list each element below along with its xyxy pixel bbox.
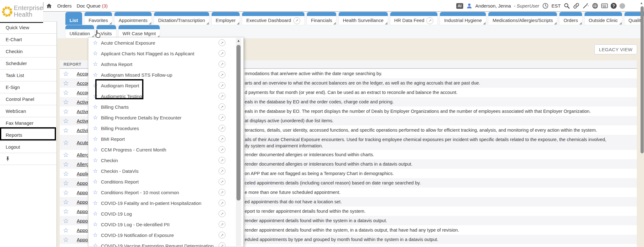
open-report-icon[interactable]: ↗ xyxy=(219,242,225,247)
tab-favorites[interactable]: Favorites xyxy=(85,12,112,25)
dropdown-item-audiogram-missed-sts-follow-up[interactable]: ☆Audiogram Missed STS Follow-up↗ xyxy=(88,69,243,80)
dropdown-scrollbar-thumb[interactable] xyxy=(236,45,241,200)
breadcrumb-item-orders[interactable]: Orders xyxy=(57,3,72,8)
report-link-appoi-14[interactable]: Appoi xyxy=(77,209,89,214)
report-link-applic-10[interactable]: Applic xyxy=(77,171,90,176)
tab-industrial-hygiene[interactable]: Industrial Hygiene xyxy=(440,12,486,25)
sidebar-item-reports[interactable]: Reports xyxy=(0,129,57,141)
report-link-appoi-15[interactable]: Appoi xyxy=(77,218,89,223)
page-scroll-up-icon[interactable]: ▲ xyxy=(640,1,643,5)
dropdown-item-covid-19-notification-of-exposure[interactable]: ☆COVID-19 Notification of Exposure↗ xyxy=(88,230,243,240)
favorite-star-icon[interactable]: ☆ xyxy=(93,157,101,163)
favorite-star-icon[interactable]: ☆ xyxy=(93,243,101,247)
favorite-star-icon[interactable]: ☆ xyxy=(63,180,74,186)
breadcrumb-item-doc-queue[interactable]: Doc Queue (3) xyxy=(77,3,108,8)
report-link-acute-7[interactable]: Acute xyxy=(77,140,89,145)
report-link-active-4[interactable]: Active xyxy=(77,109,90,114)
dropdown-item-applicant-charts-not-flagged-as-is-applicant[interactable]: ☆Applicant Charts Not Flagged as Is Appl… xyxy=(88,48,243,59)
tab-hr-data-feed[interactable]: HR Data Feed↗ xyxy=(390,12,438,25)
open-report-icon[interactable]: ↗ xyxy=(219,93,225,100)
ai-badge[interactable]: AI xyxy=(456,3,463,9)
favorite-star-icon[interactable]: ☆ xyxy=(93,40,101,46)
tab-utilization[interactable]: Utilization xyxy=(65,25,94,38)
favorite-star-icon[interactable]: ☆ xyxy=(93,125,101,131)
favorite-star-icon[interactable]: ☆ xyxy=(63,89,74,96)
favorite-star-icon[interactable]: ☆ xyxy=(93,115,101,120)
sidebar-item-e-sign[interactable]: E-Sign xyxy=(0,81,57,93)
dropdown-item-audiometric-testing[interactable]: ☆Audiometric Testing↗ xyxy=(88,91,243,102)
favorite-star-icon[interactable]: ☆ xyxy=(63,199,74,205)
link-icon[interactable] xyxy=(573,3,580,9)
favorite-star-icon[interactable]: ☆ xyxy=(93,211,101,217)
external-link-icon[interactable]: ↗ xyxy=(426,17,433,24)
open-report-icon[interactable]: ↗ xyxy=(219,61,225,68)
tab-health-surveillance[interactable]: Health Surveillance xyxy=(339,12,387,25)
favorite-star-icon[interactable]: ☆ xyxy=(93,51,101,56)
favorite-star-icon[interactable]: ☆ xyxy=(93,232,101,238)
tab-visits[interactable]: Visits xyxy=(97,25,116,38)
dropdown-scroll-up-icon[interactable]: ▲ xyxy=(236,39,241,42)
dropdown-item-ccm-progress-current-month[interactable]: ☆CCM Progress - Current Month↗ xyxy=(88,144,243,155)
favorite-star-icon[interactable]: ☆ xyxy=(63,108,74,115)
favorite-star-icon[interactable]: ☆ xyxy=(63,99,74,105)
dropdown-item-acute-chemical-exposure[interactable]: ☆Acute Chemical Exposure↗ xyxy=(88,37,243,48)
tab-executive-dashboard[interactable]: Executive Dashboard↗ xyxy=(242,12,304,25)
favorite-star-icon[interactable]: ☆ xyxy=(63,161,74,167)
favorite-star-icon[interactable]: ☆ xyxy=(63,208,74,215)
report-link-appoi-11[interactable]: Appoi xyxy=(77,180,89,186)
open-report-icon[interactable]: ↗ xyxy=(219,103,225,110)
open-report-icon[interactable]: ↗ xyxy=(219,210,225,217)
favorite-star-icon[interactable]: ☆ xyxy=(93,61,101,67)
tab-employer[interactable]: Employer xyxy=(212,12,240,25)
open-report-icon[interactable]: ↗ xyxy=(219,189,225,196)
search-icon[interactable] xyxy=(564,3,570,9)
open-report-icon[interactable]: ↗ xyxy=(219,146,225,153)
keyboard-icon[interactable] xyxy=(601,3,608,9)
dropdown-item-audiogram-report[interactable]: ☆Audiogram Report↗ xyxy=(88,80,243,91)
report-link-active-5[interactable]: Active xyxy=(77,118,90,124)
tab-orders[interactable]: Orders xyxy=(559,12,582,25)
favorite-star-icon[interactable]: ☆ xyxy=(63,118,74,124)
favorite-star-icon[interactable]: ☆ xyxy=(93,168,101,174)
open-report-icon[interactable]: ↗ xyxy=(219,178,225,185)
tab-appointments[interactable]: Appointments xyxy=(114,12,152,25)
sidebar-item-scheduler[interactable]: Scheduler xyxy=(0,58,57,69)
favorite-star-icon[interactable]: ☆ xyxy=(63,217,74,224)
favorite-star-icon[interactable]: ☆ xyxy=(93,147,101,152)
favorite-star-icon[interactable]: ☆ xyxy=(63,139,74,146)
report-link-allerg-8[interactable]: Allerg xyxy=(77,152,89,157)
report-link-activit-6[interactable]: Activit xyxy=(77,128,89,133)
favorite-star-icon[interactable]: ☆ xyxy=(93,72,101,78)
dropdown-item-covid-19-log[interactable]: ☆COVID-19 Log↗ xyxy=(88,208,243,219)
report-link-appoi-13[interactable]: Appoi xyxy=(77,199,89,205)
dropdown-item-checkin[interactable]: ☆Checkin↗ xyxy=(88,155,243,166)
open-report-icon[interactable]: ↗ xyxy=(219,221,225,228)
open-report-icon[interactable]: ↗ xyxy=(219,232,225,239)
sidebar-item-fax-manager[interactable]: Fax Manager xyxy=(0,117,57,129)
external-link-icon[interactable]: ↗ xyxy=(293,17,300,24)
favorite-star-icon[interactable]: ☆ xyxy=(63,151,74,158)
sidebar-item-control-panel[interactable]: Control Panel xyxy=(0,93,57,105)
open-report-icon[interactable]: ↗ xyxy=(219,50,225,57)
favorite-star-icon[interactable]: ☆ xyxy=(93,179,101,184)
sidebar-item-quick-view[interactable]: Quick View xyxy=(0,22,57,34)
clock-icon[interactable] xyxy=(542,3,549,9)
report-link-appoi-17[interactable]: Appoi xyxy=(77,237,89,242)
tab-outside-clinic[interactable]: Outside Clinic xyxy=(585,12,622,25)
open-report-icon[interactable]: ↗ xyxy=(219,167,225,174)
dropdown-item-covid-19-vaccine-exemption-request-determination[interactable]: ☆COVID-19 Vaccine Exemption Request Dete… xyxy=(88,240,243,247)
favorite-star-icon[interactable]: ☆ xyxy=(63,70,74,77)
sidebar-pin-button[interactable] xyxy=(0,153,57,165)
dropdown-item-asthma-report[interactable]: ☆Asthma Report↗ xyxy=(88,59,243,69)
tab-medications-allergies-scripts[interactable]: Medications/Allergies/Scripts xyxy=(488,12,557,25)
favorite-star-icon[interactable]: ☆ xyxy=(63,80,74,86)
tab-dictation-transcription[interactable]: Dictation/Transcription xyxy=(154,12,209,25)
open-report-icon[interactable]: ↗ xyxy=(219,200,225,206)
favorite-star-icon[interactable]: ☆ xyxy=(63,189,74,196)
report-link-allerg-9[interactable]: Allerg xyxy=(77,162,89,167)
legacy-view-button[interactable]: LEGACY VIEW xyxy=(594,44,637,54)
favorite-star-icon[interactable]: ☆ xyxy=(93,189,101,195)
favorite-star-icon[interactable]: ☆ xyxy=(93,200,101,206)
favorite-star-icon[interactable]: ☆ xyxy=(63,170,74,177)
open-report-icon[interactable]: ↗ xyxy=(219,39,225,46)
